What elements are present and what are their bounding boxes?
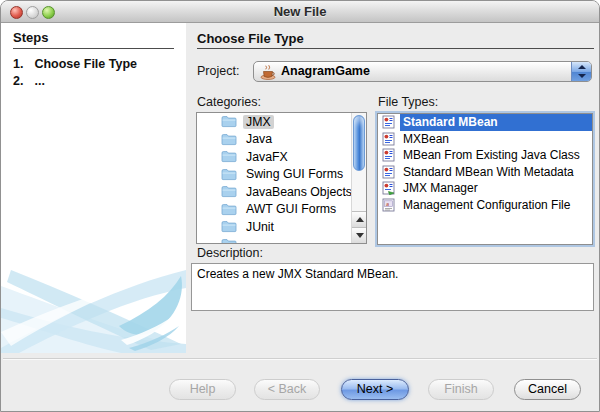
file-type-label: JMX Manager <box>400 180 592 197</box>
file-types-list[interactable]: Standard MBean MXBean MBean From Existin… <box>377 113 593 245</box>
file-type-item-management-configuration-file[interactable]: a Management Configuration File <box>378 197 592 214</box>
step-label: ... <box>34 74 44 88</box>
folder-icon <box>221 168 237 181</box>
file-type-item-standard-mbean[interactable]: Standard MBean <box>378 114 592 131</box>
cancel-button[interactable]: Cancel <box>514 379 581 400</box>
category-item-jmx[interactable]: JMX <box>197 113 351 131</box>
category-label: Swing GUI Forms <box>243 167 346 181</box>
file-type-item-mbean-from-existing-java-class[interactable]: MBean From Existing Java Class <box>378 147 592 164</box>
categories-viewport: JMX Java JavaFX Swing GUI Forms JavaBean… <box>197 113 351 243</box>
dialog-footer: Help < Back Next > Finish Cancel <box>1 353 599 412</box>
back-button: < Back <box>254 379 320 400</box>
mbean-file-icon <box>382 132 395 146</box>
file-type-label: MBean From Existing Java Class <box>400 147 592 164</box>
category-item-javabeans-objects[interactable]: JavaBeans Objects <box>197 183 351 201</box>
config-file-icon: a <box>382 198 395 212</box>
new-file-dialog: New File Steps 1.Choose File Type 2.... … <box>0 0 600 412</box>
finish-button: Finish <box>428 379 494 400</box>
category-item-awt-gui-forms[interactable]: AWT GUI Forms <box>197 201 351 219</box>
chevron-up-icon <box>578 65 586 69</box>
file-type-label: Management Configuration File <box>400 197 592 214</box>
category-label: JUnit <box>243 220 277 234</box>
zoom-button[interactable] <box>42 6 55 19</box>
folder-icon <box>221 220 237 233</box>
step-number: 2. <box>13 74 23 88</box>
triangle-down-icon <box>356 233 364 238</box>
svg-text:a: a <box>386 200 389 206</box>
minimize-button <box>26 6 39 19</box>
choose-file-type-panel: Choose File Type Project: AnagramGame Ca… <box>186 23 600 353</box>
category-label: AWT GUI Forms <box>243 202 339 216</box>
close-button[interactable] <box>10 6 23 19</box>
folder-icon <box>221 203 237 216</box>
next-button[interactable]: Next > <box>341 379 409 400</box>
scroll-up-button[interactable] <box>352 211 367 227</box>
folder-icon <box>221 133 237 146</box>
description-label: Description: <box>197 246 263 260</box>
file-type-item-standard-mbean-with-metadata[interactable]: Standard MBean With Metadata <box>378 164 592 181</box>
categories-scrollbar[interactable] <box>351 113 366 243</box>
scroll-down-button[interactable] <box>352 227 367 243</box>
description-text: Creates a new JMX Standard MBean. <box>197 267 398 281</box>
mbean-run-file-icon <box>382 181 395 195</box>
category-item-junit[interactable]: JUnit <box>197 218 351 236</box>
panel-heading: Choose File Type <box>197 31 304 46</box>
step-item-2: 2.... <box>13 74 45 88</box>
step-item-1: 1.Choose File Type <box>13 57 137 71</box>
category-label: JavaBeans Objects <box>243 185 351 199</box>
steps-divider <box>13 48 174 49</box>
project-label: Project: <box>197 64 239 78</box>
project-dropdown[interactable]: AnagramGame <box>253 61 592 82</box>
file-type-label: Standard MBean <box>400 114 592 131</box>
description-box: Creates a new JMX Standard MBean. <box>191 263 594 311</box>
file-types-label: File Types: <box>378 95 438 109</box>
folder-icon <box>221 115 237 128</box>
scrollbar-thumb[interactable] <box>353 115 365 171</box>
categories-list[interactable]: JMX Java JavaFX Swing GUI Forms JavaBean… <box>196 112 367 244</box>
watermark-swirl-graphic <box>1 248 186 353</box>
category-item-java[interactable]: Java <box>197 131 351 149</box>
file-type-label: Standard MBean With Metadata <box>400 164 592 181</box>
category-label: JavaFX <box>243 150 291 164</box>
mbean-file-icon <box>382 115 395 129</box>
category-label: Java <box>243 132 275 146</box>
folder-icon <box>221 238 237 243</box>
category-item-swing-gui-forms[interactable]: Swing GUI Forms <box>197 166 351 184</box>
mbean-file-icon <box>382 148 395 162</box>
triangle-up-icon <box>356 217 364 222</box>
mbean-file-icon <box>382 165 395 179</box>
category-item-javafx[interactable]: JavaFX <box>197 148 351 166</box>
steps-heading: Steps <box>13 30 48 45</box>
project-value: AnagramGame <box>281 64 370 78</box>
step-number: 1. <box>13 57 23 71</box>
category-label: JMX <box>243 115 274 129</box>
dropdown-stepper-icon[interactable] <box>571 62 591 81</box>
footer-divider <box>3 358 597 359</box>
folder-icon <box>221 185 237 198</box>
folder-icon <box>221 150 237 163</box>
categories-label: Categories: <box>197 95 261 109</box>
file-type-item-jmx-manager[interactable]: JMX Manager <box>378 180 592 197</box>
chevron-down-icon <box>578 74 586 78</box>
step-label: Choose File Type <box>34 57 137 71</box>
file-type-item-mxbean[interactable]: MXBean <box>378 131 592 148</box>
category-item-partial[interactable] <box>197 236 351 244</box>
title-bar[interactable]: New File <box>1 1 599 23</box>
file-type-label: MXBean <box>400 131 592 148</box>
heading-divider <box>197 48 594 49</box>
steps-panel: Steps 1.Choose File Type 2.... <box>1 23 186 353</box>
java-project-coffee-cup-icon <box>260 65 276 80</box>
window-title: New File <box>1 1 599 23</box>
help-button: Help <box>169 379 236 400</box>
